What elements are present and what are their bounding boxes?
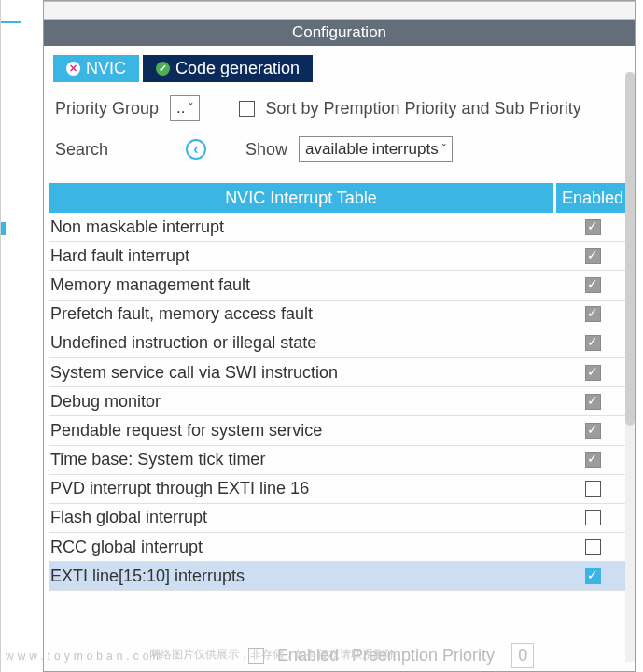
interrupt-name: Memory management fault: [49, 275, 556, 295]
watermark-text: 网络图片仅供展示，非存储，如有侵权请联系删除: [149, 647, 396, 663]
enable-checkbox: [585, 452, 601, 468]
enable-checkbox: [585, 277, 601, 293]
enable-checkbox: [585, 248, 601, 264]
enabled-cell: [556, 394, 629, 410]
enable-checkbox[interactable]: [585, 568, 601, 584]
tab-nvic[interactable]: ✕ NVIC: [53, 55, 139, 82]
interrupt-name: Prefetch fault, memory access fault: [49, 304, 556, 324]
table-row[interactable]: EXTI line[15:10] interrupts: [49, 562, 629, 591]
footer-preemption-value[interactable]: 0: [511, 643, 534, 668]
panel-top-divider: [44, 1, 635, 20]
enable-checkbox: [585, 335, 601, 351]
show-label: Show: [245, 140, 287, 160]
panel-title: Configuration: [44, 20, 635, 46]
interrupt-name: Time base: System tick timer: [49, 450, 556, 469]
enabled-cell: [556, 306, 629, 322]
priority-row: Priority Group .. ˇ Sort by Premption Pr…: [44, 88, 635, 129]
sort-checkbox[interactable]: [239, 101, 255, 117]
enable-checkbox: [585, 394, 601, 410]
table-row[interactable]: RCC global interrupt: [49, 533, 629, 562]
enabled-cell: [556, 568, 629, 584]
enable-checkbox[interactable]: [585, 510, 601, 525]
tab-bar: ✕ NVIC ✓ Code generation: [44, 46, 635, 88]
sidebar-accent: [1, 222, 6, 235]
table-row[interactable]: Pendable request for system service: [49, 416, 629, 445]
interrupt-table-header: NVIC Interrupt Table Enabled: [49, 183, 629, 213]
tab-code-generation[interactable]: ✓ Code generation: [143, 55, 313, 82]
interrupt-name: Flash global interrupt: [49, 508, 556, 527]
table-row[interactable]: PVD interrupt through EXTI line 16: [49, 475, 629, 504]
interrupt-name: Pendable request for system service: [49, 421, 556, 441]
table-row[interactable]: Undefined instruction or illegal state: [49, 329, 629, 358]
show-select[interactable]: available interrupts ˇ: [299, 136, 453, 162]
table-row[interactable]: Prefetch fault, memory access fault: [49, 301, 629, 329]
table-row[interactable]: Time base: System tick timer: [49, 446, 629, 475]
table-row[interactable]: Memory management fault: [49, 271, 629, 300]
interrupt-name: Undefined instruction or illegal state: [49, 333, 556, 353]
enable-checkbox: [585, 219, 601, 235]
sort-checkbox-label: Sort by Premption Priority and Sub Prior…: [266, 99, 581, 119]
config-panel: Configuration ✕ NVIC ✓ Code generation P…: [43, 0, 636, 672]
column-header-name[interactable]: NVIC Interrupt Table: [49, 183, 553, 213]
interrupt-name: Non maskable interrupt: [49, 217, 556, 237]
enabled-cell: [556, 219, 629, 235]
enabled-cell: [556, 452, 629, 468]
interrupt-name: EXTI line[15:10] interrupts: [49, 567, 556, 586]
interrupt-name: Debug monitor: [49, 392, 556, 412]
check-icon: ✓: [156, 62, 170, 76]
interrupt-table-body: Non maskable interruptHard fault interru…: [49, 213, 629, 591]
chevron-down-icon: ˇ: [189, 102, 193, 115]
error-icon: ✕: [66, 62, 80, 76]
enabled-cell: [556, 248, 629, 264]
enabled-cell: [556, 335, 629, 351]
back-icon[interactable]: ‹: [186, 139, 206, 160]
enable-checkbox: [585, 365, 601, 381]
left-sidebar-strip: [0, 0, 43, 672]
scrollbar-thumb[interactable]: [625, 72, 635, 426]
enable-checkbox[interactable]: [585, 481, 601, 497]
tab-label: NVIC: [86, 59, 126, 78]
tab-label: Code generation: [175, 59, 300, 78]
priority-group-label: Priority Group: [55, 99, 159, 119]
table-row[interactable]: Flash global interrupt: [49, 504, 629, 533]
table-row[interactable]: Non maskable interrupt: [49, 213, 629, 242]
chevron-down-icon: ˇ: [442, 143, 446, 156]
enabled-cell: [556, 365, 629, 381]
column-header-enabled[interactable]: Enabled: [556, 183, 629, 213]
sidebar-accent: [1, 21, 21, 23]
table-row[interactable]: System service call via SWI instruction: [49, 358, 629, 387]
watermark-host: www.toymoban.com: [6, 650, 165, 663]
show-value: available interrupts: [305, 140, 439, 159]
enabled-cell: [556, 510, 629, 525]
interrupt-name: PVD interrupt through EXTI line 16: [49, 479, 556, 498]
enable-checkbox: [585, 306, 601, 322]
priority-group-value: ..: [176, 99, 185, 118]
interrupt-name: System service call via SWI instruction: [49, 363, 556, 383]
interrupt-name: Hard fault interrupt: [49, 246, 556, 266]
enable-checkbox[interactable]: [585, 539, 601, 555]
table-row[interactable]: Debug monitor: [49, 387, 629, 416]
vertical-scrollbar[interactable]: [625, 72, 635, 662]
search-row: Search ‹ Show available interrupts ˇ: [44, 129, 635, 170]
enabled-cell: [556, 481, 629, 497]
enabled-cell: [556, 277, 629, 293]
interrupt-name: RCC global interrupt: [49, 538, 556, 557]
priority-group-select[interactable]: .. ˇ: [170, 95, 199, 121]
enable-checkbox: [585, 423, 601, 439]
enabled-cell: [556, 423, 629, 439]
table-row[interactable]: Hard fault interrupt: [49, 242, 629, 271]
search-label: Search: [55, 140, 175, 160]
enabled-cell: [556, 539, 629, 555]
